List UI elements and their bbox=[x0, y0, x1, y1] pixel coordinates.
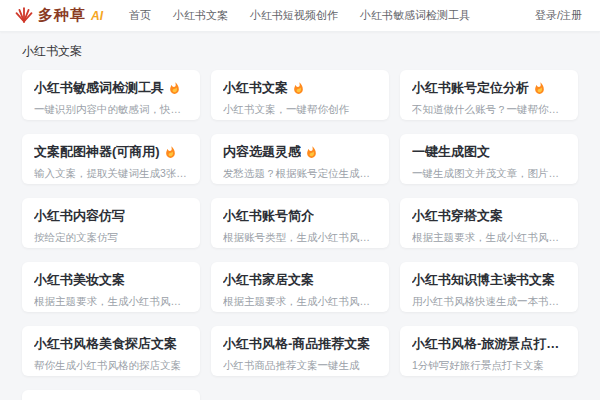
tool-card-desc: 根据主题要求，生成小红书风格美妆分享文案 bbox=[34, 295, 188, 309]
tool-card-title: 文案配图神器(可商用) bbox=[34, 143, 160, 161]
tool-card-title-row: 小红书文案 bbox=[223, 79, 377, 97]
tool-card-desc: 根据账号类型，生成小红书风格账号介绍文案 bbox=[223, 231, 377, 245]
tool-card-desc: 一键识别内容中的敏感词，快来测测~ bbox=[34, 103, 188, 117]
flame-icon bbox=[164, 146, 177, 159]
tool-card-desc: 用小红书风格快速生成一本书的介绍和推荐语 bbox=[412, 295, 566, 309]
tool-card[interactable]: 小红书风格-正能量文案 bbox=[22, 390, 200, 400]
tool-card-desc: 发愁选题？根据账号定位生成选题 bbox=[223, 167, 377, 181]
nav-item-home[interactable]: 首页 bbox=[129, 8, 151, 23]
tool-card-title-row: 小红书风格-旅游景点打卡文案 bbox=[412, 335, 566, 353]
tool-card-title-row: 小红书账号简介 bbox=[223, 207, 377, 225]
tool-card-desc: 一键生成图文并茂文章，图片无版权风险 bbox=[412, 167, 566, 181]
tool-card-title-row: 一键生成图文 bbox=[412, 143, 566, 161]
tool-card[interactable]: 小红书家居文案 根据主题要求，生成小红书风格家居分享文案 bbox=[211, 262, 389, 312]
tool-card[interactable]: 小红书内容仿写 按给定的文案仿写 bbox=[22, 198, 200, 248]
tool-card-title: 小红书美妆文案 bbox=[34, 271, 125, 289]
tool-card[interactable]: 小红书美妆文案 根据主题要求，生成小红书风格美妆分享文案 bbox=[22, 262, 200, 312]
tool-card-title: 小红书风格-旅游景点打卡文案 bbox=[412, 335, 566, 353]
nav-item-xhs-video[interactable]: 小红书短视频创作 bbox=[250, 8, 338, 23]
tool-card-title: 小红书风格美食探店文案 bbox=[34, 335, 177, 353]
tool-card-title-row: 小红书家居文案 bbox=[223, 271, 377, 289]
tool-card[interactable]: 小红书文案 小红书文案，一键帮你创作 bbox=[211, 70, 389, 120]
tool-card-desc: 根据主题要求，生成小红书风格家居分享文案 bbox=[223, 295, 377, 309]
tool-card-title: 小红书文案 bbox=[223, 79, 288, 97]
tool-card-title: 小红书穿搭文案 bbox=[412, 207, 503, 225]
tool-card-title: 内容选题灵感 bbox=[223, 143, 301, 161]
tool-card-desc: 小红书商品推荐文案一键生成 bbox=[223, 359, 377, 373]
tool-card-title: 小红书账号简介 bbox=[223, 207, 314, 225]
top-navbar: 多种草 AI 首页 小红书文案 小红书短视频创作 小红书敏感词检测工具 登录/注… bbox=[0, 0, 600, 32]
tool-card[interactable]: 小红书账号简介 根据账号类型，生成小红书风格账号介绍文案 bbox=[211, 198, 389, 248]
plant-logo-icon bbox=[14, 4, 34, 28]
tool-card[interactable]: 小红书知识博主读书文案 用小红书风格快速生成一本书的介绍和推荐语 bbox=[400, 262, 578, 312]
tool-card-title: 小红书敏感词检测工具 bbox=[34, 79, 164, 97]
tool-card[interactable]: 小红书风格-旅游景点打卡文案 1分钟写好旅行景点打卡文案 bbox=[400, 326, 578, 376]
main-content: 小红书文案 小红书敏感词检测工具 一键识别内容中的敏感词，快来测测~ 小红书文案 bbox=[0, 32, 600, 400]
brand-logo[interactable]: 多种草 AI bbox=[14, 4, 103, 28]
flame-icon bbox=[168, 82, 181, 95]
tool-card-title-row: 小红书内容仿写 bbox=[34, 207, 188, 225]
tool-card-desc: 不知道做什么账号？一键帮你定位 bbox=[412, 103, 566, 117]
tool-card-desc: 根据主题要求，生成小红书风格穿搭分享文案 bbox=[412, 231, 566, 245]
flame-icon bbox=[292, 82, 305, 95]
tool-card-title: 小红书内容仿写 bbox=[34, 207, 125, 225]
tool-card-title: 一键生成图文 bbox=[412, 143, 490, 161]
tool-card-title: 小红书知识博主读书文案 bbox=[412, 271, 555, 289]
tool-card-title-row: 小红书穿搭文案 bbox=[412, 207, 566, 225]
nav-item-sensitive-word-tool[interactable]: 小红书敏感词检测工具 bbox=[360, 8, 470, 23]
tool-card[interactable]: 小红书敏感词检测工具 一键识别内容中的敏感词，快来测测~ bbox=[22, 70, 200, 120]
tool-card-desc: 帮你生成小红书风格的探店文案 bbox=[34, 359, 188, 373]
tool-card-title: 小红书账号定位分析 bbox=[412, 79, 529, 97]
tool-card-title: 小红书家居文案 bbox=[223, 271, 314, 289]
tool-card-title-row: 内容选题灵感 bbox=[223, 143, 377, 161]
tool-card[interactable]: 小红书穿搭文案 根据主题要求，生成小红书风格穿搭分享文案 bbox=[400, 198, 578, 248]
tool-card-grid: 小红书敏感词检测工具 一键识别内容中的敏感词，快来测测~ 小红书文案 小红书文案… bbox=[22, 70, 578, 400]
tool-card[interactable]: 内容选题灵感 发愁选题？根据账号定位生成选题 bbox=[211, 134, 389, 184]
login-register-link[interactable]: 登录/注册 bbox=[535, 8, 582, 23]
tool-card-title-row: 小红书风格美食探店文案 bbox=[34, 335, 188, 353]
tool-card-title-row: 小红书美妆文案 bbox=[34, 271, 188, 289]
tool-card-title-row: 小红书账号定位分析 bbox=[412, 79, 566, 97]
tool-card[interactable]: 小红书风格美食探店文案 帮你生成小红书风格的探店文案 bbox=[22, 326, 200, 376]
tool-card-title-row: 小红书知识博主读书文案 bbox=[412, 271, 566, 289]
main-nav: 首页 小红书文案 小红书短视频创作 小红书敏感词检测工具 bbox=[129, 8, 470, 23]
section-title: 小红书文案 bbox=[22, 43, 578, 60]
brand-name: 多种草 bbox=[38, 6, 86, 25]
tool-card-title-row: 小红书风格-商品推荐文案 bbox=[223, 335, 377, 353]
flame-icon bbox=[533, 82, 546, 95]
tool-card-title-row: 小红书敏感词检测工具 bbox=[34, 79, 188, 97]
tool-card-desc: 小红书文案，一键帮你创作 bbox=[223, 103, 377, 117]
tool-card[interactable]: 一键生成图文 一键生成图文并茂文章，图片无版权风险 bbox=[400, 134, 578, 184]
tool-card-desc: 按给定的文案仿写 bbox=[34, 231, 188, 245]
tool-card[interactable]: 小红书账号定位分析 不知道做什么账号？一键帮你定位 bbox=[400, 70, 578, 120]
nav-item-xhs-copywriting[interactable]: 小红书文案 bbox=[173, 8, 228, 23]
tool-card-title: 小红书风格-商品推荐文案 bbox=[223, 335, 370, 353]
tool-card[interactable]: 小红书风格-商品推荐文案 小红书商品推荐文案一键生成 bbox=[211, 326, 389, 376]
tool-card[interactable]: 文案配图神器(可商用) 输入文案，提取关键词生成3张可选配图 bbox=[22, 134, 200, 184]
tool-card-desc: 输入文案，提取关键词生成3张可选配图 bbox=[34, 167, 188, 181]
flame-icon bbox=[305, 146, 318, 159]
tool-card-title-row: 文案配图神器(可商用) bbox=[34, 143, 188, 161]
tool-card-desc: 1分钟写好旅行景点打卡文案 bbox=[412, 359, 566, 373]
brand-suffix: AI bbox=[91, 9, 103, 23]
